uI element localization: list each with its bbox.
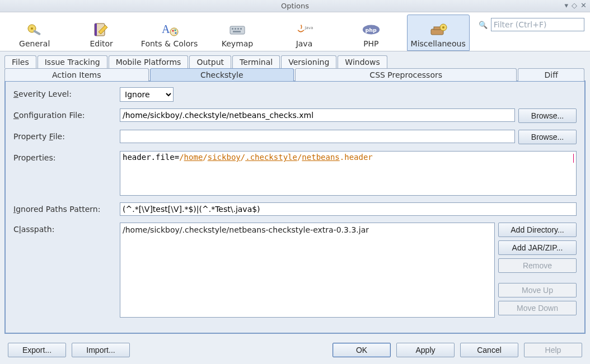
tab-output[interactable]: Output [189, 55, 231, 68]
remove-button[interactable]: Remove [498, 258, 577, 273]
tab-issue-tracking[interactable]: Issue Tracking [38, 55, 107, 68]
category-toolbar: General Editor A [0, 12, 590, 51]
tab-checkstyle[interactable]: Checkstyle [150, 68, 294, 81]
svg-point-7 [170, 28, 178, 36]
category-miscellaneous[interactable]: Miscellaneous [407, 15, 470, 51]
text-cursor-icon [573, 154, 574, 163]
property-file-label: Property File: [13, 130, 114, 141]
classpath-item[interactable]: /home/sickboy/.checkstyle/netbeans-check… [123, 225, 492, 234]
svg-rect-2 [33, 30, 41, 35]
svg-text:php: php [365, 27, 376, 33]
tab-windows[interactable]: Windows [338, 55, 387, 68]
config-browse-button[interactable]: Browse... [518, 108, 577, 123]
import-button[interactable]: Import... [72, 343, 130, 357]
svg-rect-4 [95, 23, 97, 36]
keyboard-icon [228, 21, 247, 38]
category-general[interactable]: General [3, 15, 65, 51]
severity-label: Severity Level: [13, 87, 114, 98]
tab-mobile-platforms[interactable]: Mobile Platforms [109, 55, 189, 68]
properties-label: Properties: [13, 151, 114, 162]
category-label: Keymap [222, 39, 254, 48]
svg-rect-21 [434, 27, 441, 30]
apply-button[interactable]: Apply [396, 343, 455, 357]
cancel-button[interactable]: Cancel [460, 343, 518, 357]
move-up-button[interactable]: Move Up [498, 283, 577, 297]
category-php[interactable]: php PHP [340, 15, 402, 51]
move-down-button[interactable]: Move Down [498, 301, 577, 315]
category-label: Fonts & Colors [141, 39, 198, 48]
letter-palette-icon: A [160, 21, 179, 38]
dialog-button-bar: Export... Import... OK Apply Cancel Help [0, 338, 590, 364]
svg-rect-16 [233, 31, 241, 32]
svg-rect-12 [232, 28, 233, 30]
config-file-input[interactable] [120, 108, 515, 122]
svg-point-9 [174, 30, 176, 31]
category-editor[interactable]: Editor [70, 15, 132, 51]
tab-css-preprocessors[interactable]: CSS Preprocessors [295, 68, 517, 81]
svg-text:Java: Java [305, 26, 313, 30]
search-icon: 🔍 [479, 21, 488, 29]
ignored-paths-input[interactable] [120, 202, 577, 216]
config-file-label: Configuration File: [13, 108, 114, 120]
java-cup-icon: Java [294, 21, 313, 38]
svg-rect-15 [240, 28, 242, 30]
svg-point-1 [31, 27, 33, 30]
maximize-icon[interactable]: ◇ [572, 1, 577, 10]
subtab-row-1: Files Issue Tracking Mobile Platforms Ou… [4, 55, 586, 68]
add-jar-zip-button[interactable]: Add JAR/ZIP... [498, 240, 577, 255]
filter-input[interactable] [491, 18, 584, 31]
svg-rect-13 [235, 28, 236, 30]
classpath-label: Classpath: [13, 223, 114, 234]
toolbox-gear-icon [429, 21, 448, 38]
category-label: Editor [90, 39, 113, 48]
category-label: Miscellaneous [411, 39, 466, 48]
svg-rect-11 [230, 26, 245, 34]
minimize-icon[interactable]: ▾ [565, 1, 569, 10]
checkstyle-panel: Severity Level: Ignore Configuration Fil… [4, 81, 586, 334]
tab-diff[interactable]: Diff [518, 68, 584, 81]
category-label: Java [296, 39, 313, 48]
category-label: General [19, 39, 50, 48]
category-label: PHP [363, 39, 378, 48]
svg-rect-14 [237, 28, 239, 30]
property-browse-button[interactable]: Browse... [518, 130, 577, 144]
subtab-row-2: Action Items Checkstyle CSS Preprocessor… [4, 68, 586, 81]
svg-text:A: A [162, 23, 170, 35]
ok-button[interactable]: OK [333, 343, 391, 357]
php-badge-icon: php [362, 21, 381, 38]
export-button[interactable]: Export... [8, 343, 66, 357]
property-file-input[interactable] [120, 130, 515, 143]
svg-point-23 [442, 26, 444, 29]
classpath-list[interactable]: /home/sickboy/.checkstyle/netbeans-check… [120, 223, 495, 318]
tab-terminal[interactable]: Terminal [232, 55, 280, 68]
window-titlebar: Options ▾ ◇ ✕ [0, 0, 590, 12]
tab-files[interactable]: Files [4, 55, 36, 68]
category-keymap[interactable]: Keymap [206, 15, 268, 51]
book-pencil-icon [92, 21, 111, 38]
gear-wrench-icon [25, 21, 44, 38]
tab-versioning[interactable]: Versioning [281, 55, 336, 68]
severity-select[interactable]: Ignore [120, 87, 174, 102]
category-java[interactable]: Java Java [273, 15, 335, 51]
category-fonts[interactable]: A Fonts & Colors [137, 15, 202, 51]
tab-action-items[interactable]: Action Items [4, 68, 149, 81]
add-directory-button[interactable]: Add Directory... [498, 223, 577, 237]
svg-point-8 [172, 30, 174, 32]
window-title: Options [281, 2, 309, 10]
svg-point-10 [175, 32, 176, 34]
close-icon[interactable]: ✕ [580, 1, 587, 10]
help-button[interactable]: Help [524, 343, 582, 357]
ignored-paths-label: Ignored Paths Pattern: [13, 202, 114, 214]
properties-textarea[interactable]: header.file=/home/sickboy/.checkstyle/ne… [120, 151, 577, 196]
